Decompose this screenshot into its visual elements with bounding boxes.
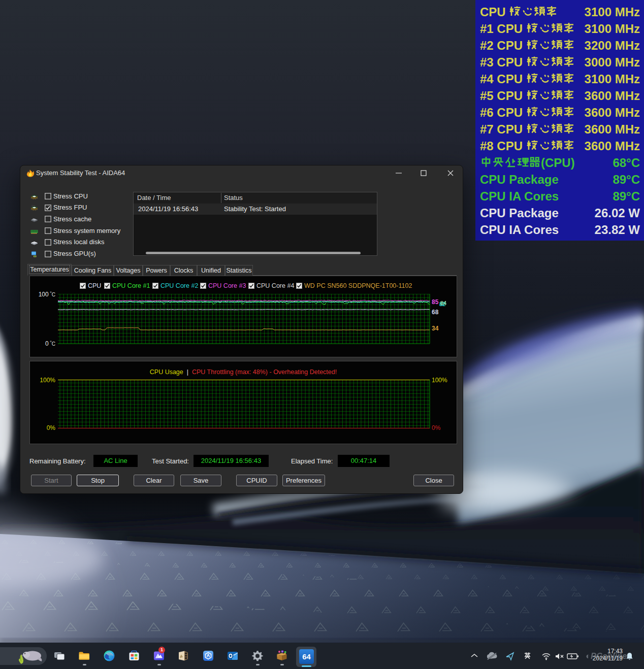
svg-text:85: 85 bbox=[432, 298, 439, 306]
svg-text:0%: 0% bbox=[47, 424, 56, 431]
svg-text:34: 34 bbox=[432, 325, 439, 332]
svg-text:100 °C: 100 °C bbox=[39, 291, 55, 298]
svg-text:100%: 100% bbox=[432, 377, 447, 384]
svg-text:0%: 0% bbox=[432, 424, 441, 431]
svg-text:68: 68 bbox=[432, 309, 439, 316]
svg-text:84: 84 bbox=[440, 300, 447, 306]
svg-text:100%: 100% bbox=[40, 377, 55, 384]
svg-text:0 °C: 0 °C bbox=[45, 340, 55, 347]
